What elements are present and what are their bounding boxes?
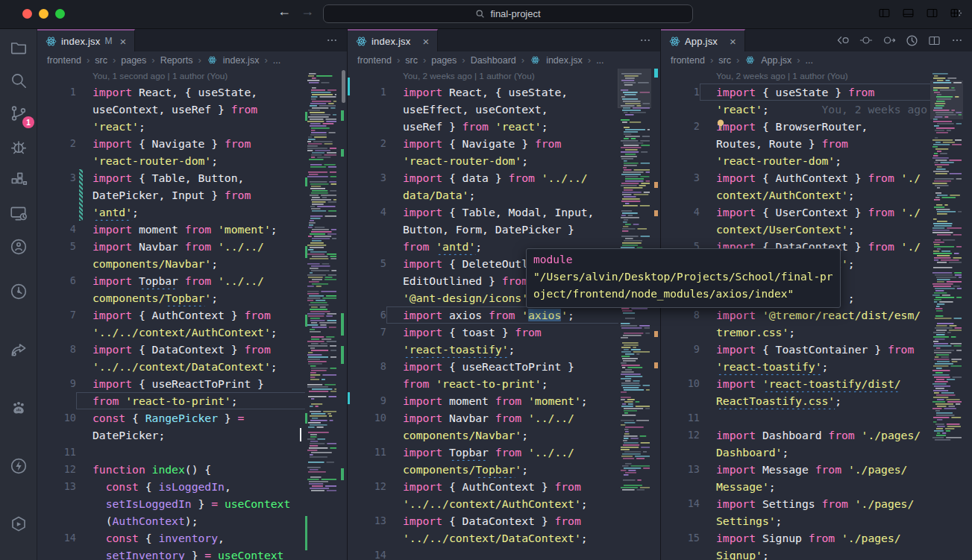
react-icon	[207, 56, 216, 65]
lightbulb-icon[interactable]	[715, 119, 727, 130]
line-number	[348, 152, 386, 169]
close-icon[interactable]: ×	[422, 35, 429, 48]
line-number: 9	[661, 341, 700, 358]
codelens[interactable]: You, 2 weeks ago | 1 author (You)	[661, 69, 972, 84]
code-editor[interactable]: You, 2 weeks ago | 1 author (You) 1impor…	[348, 69, 660, 560]
react-icon	[746, 56, 755, 65]
activity-debug-icon[interactable]	[9, 137, 28, 157]
code-editor[interactable]: You, 2 weeks ago | 1 author (You) 1impor…	[661, 69, 972, 560]
breadcrumb-item[interactable]: App.jsx	[761, 55, 791, 66]
git-modified-badge: M	[104, 36, 112, 46]
more-actions-icon[interactable]	[325, 34, 339, 46]
code-line: data/Data';	[348, 186, 660, 204]
line-number: 6	[348, 306, 386, 324]
codelens[interactable]: You, 2 weeks ago | 1 author (You)	[348, 69, 660, 84]
more-actions-icon[interactable]	[639, 34, 652, 46]
activity-share-icon[interactable]	[9, 340, 28, 359]
breadcrumb-item[interactable]: Dashboard	[471, 55, 516, 66]
toggle-secondary-sidebar-icon[interactable]	[926, 7, 938, 19]
line-number: 2	[661, 118, 700, 135]
zoom-window-button[interactable]	[55, 9, 65, 19]
open-changes-icon[interactable]	[836, 34, 850, 46]
toggle-panel-icon[interactable]	[902, 7, 915, 19]
minimap[interactable]	[930, 69, 963, 560]
activity-remote-explorer-icon[interactable]	[9, 204, 28, 223]
activity-thunder-client-icon[interactable]	[9, 456, 28, 476]
line-number	[37, 547, 76, 560]
code-line: 7import { AuthContext } from	[37, 306, 347, 324]
editor-actions	[325, 29, 347, 51]
breadcrumb-item[interactable]: src	[405, 55, 418, 66]
breadcrumb-item[interactable]: ...	[806, 55, 813, 66]
activity-codium-paw-icon[interactable]	[9, 398, 28, 418]
editor-actions	[836, 29, 972, 51]
tab-app-jsx[interactable]: App.jsx ×	[661, 29, 745, 51]
close-window-button[interactable]	[22, 9, 32, 19]
line-number	[348, 272, 386, 289]
codelens[interactable]: You, 1 second ago | 1 author (You)	[37, 69, 347, 84]
code-lines: 1import React, { useState,useEffect, use…	[348, 84, 660, 560]
breadcrumb-item[interactable]: ...	[596, 55, 603, 66]
breadcrumb-item[interactable]: ...	[273, 55, 280, 66]
source-control-badge: 1	[22, 116, 34, 128]
code-line: '../../context/DataContext';	[37, 358, 347, 375]
breadcrumb-item[interactable]: pages	[121, 55, 146, 66]
breadcrumb-item[interactable]: pages	[431, 55, 457, 66]
code-editor[interactable]: You, 1 second ago | 1 author (You) 1impo…	[37, 69, 347, 560]
line-number	[348, 289, 386, 306]
activity-insights-icon[interactable]	[9, 282, 28, 301]
code-line: Signup';	[661, 547, 972, 560]
tab-index-jsx-dashboard[interactable]: index.jsx ×	[348, 29, 438, 51]
code-lines: 1import React, { useState,useContext, us…	[37, 84, 347, 560]
activity-source-control-icon[interactable]: 1	[9, 104, 28, 123]
split-editor-icon[interactable]	[928, 34, 941, 47]
back-icon[interactable]: ←	[278, 4, 291, 19]
breadcrumb-item[interactable]: frontend	[47, 55, 81, 66]
breadcrumb-item[interactable]: Reports	[160, 55, 193, 66]
code-line: 'react'; You, 2 weeks ago •	[661, 101, 972, 118]
activity-explorer-icon[interactable]	[9, 38, 28, 57]
line-number: 9	[348, 392, 386, 409]
overview-ruler[interactable]	[963, 69, 972, 560]
minimize-window-button[interactable]	[39, 9, 48, 19]
minimap-slider[interactable]	[930, 81, 963, 119]
breadcrumb-item[interactable]: index.jsx	[546, 55, 583, 66]
more-actions-icon[interactable]	[950, 34, 964, 46]
overview-ruler[interactable]	[338, 69, 347, 560]
breadcrumb-item[interactable]: index.jsx	[223, 55, 260, 66]
command-center-search[interactable]: final-project	[323, 4, 693, 23]
activity-search-icon[interactable]	[9, 71, 28, 90]
chevron-right-icon: ›	[264, 54, 267, 66]
code-line: 11	[661, 409, 972, 427]
line-number	[348, 427, 386, 444]
line-number	[37, 512, 76, 529]
overview-ruler[interactable]	[651, 69, 660, 560]
forward-icon[interactable]: →	[301, 4, 314, 19]
minimap-slider[interactable]	[618, 69, 651, 107]
activity-extensions-icon[interactable]	[9, 170, 28, 189]
line-number: 2	[348, 135, 386, 152]
warning-mark	[654, 210, 658, 216]
close-icon[interactable]: ×	[730, 35, 736, 48]
close-icon[interactable]: ×	[119, 35, 126, 48]
breadcrumb-item[interactable]: src	[95, 55, 107, 66]
customize-layout-icon[interactable]	[950, 7, 962, 19]
breadcrumb-item[interactable]: src	[718, 55, 731, 66]
breadcrumb-item[interactable]: frontend	[671, 55, 705, 66]
activity-hexagon-play-icon[interactable]	[9, 515, 28, 534]
previous-change-icon[interactable]	[859, 34, 873, 46]
line-number: 5	[37, 238, 76, 255]
minimap[interactable]	[305, 69, 338, 560]
activity-bar: 1	[0, 29, 37, 560]
code-line: 10import Navbar from '../../	[348, 409, 660, 427]
minimap[interactable]	[618, 69, 651, 560]
breadcrumb-item[interactable]: frontend	[357, 55, 392, 66]
gitlens-icon[interactable]	[906, 34, 918, 47]
toggle-primary-sidebar-icon[interactable]	[878, 7, 891, 19]
next-change-icon[interactable]	[882, 34, 896, 46]
scrollbar-thumb[interactable]	[342, 70, 345, 103]
activity-live-share-icon[interactable]	[9, 237, 28, 257]
code-line: components/Topbar';	[348, 461, 660, 478]
code-line: 6import axios from 'axios';	[348, 306, 660, 324]
tab-index-jsx-reports[interactable]: index.jsx M ×	[37, 29, 135, 51]
